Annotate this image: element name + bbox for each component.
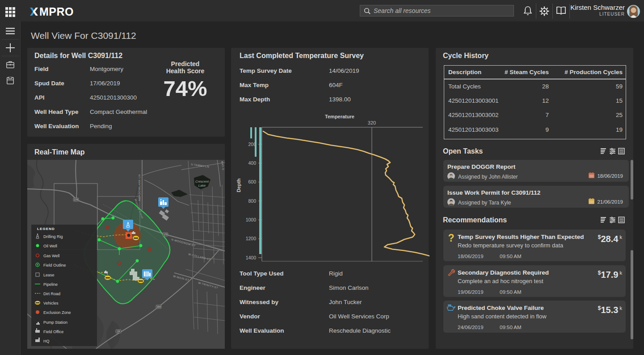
- svg-text:Exclusion Zone: Exclusion Zone: [43, 310, 71, 315]
- svg-text:Temperature: Temperature: [325, 114, 354, 119]
- svg-text:Depth: Depth: [236, 178, 241, 192]
- svg-text:1200: 1200: [246, 236, 257, 241]
- svg-text:HQ: HQ: [43, 339, 50, 343]
- svg-text:Oil Well: Oil Well: [43, 244, 57, 248]
- svg-text:19: 19: [117, 330, 120, 333]
- svg-text:Pump Station: Pump Station: [43, 320, 67, 325]
- svg-text:Field Office: Field Office: [43, 330, 63, 334]
- svg-text:Pipeline: Pipeline: [43, 282, 58, 287]
- svg-text:Drilling Rig: Drilling Rig: [43, 234, 63, 239]
- svg-text:600: 600: [248, 179, 256, 184]
- svg-text:Gas Well: Gas Well: [43, 254, 59, 258]
- svg-text:Lake: Lake: [198, 184, 206, 188]
- svg-text:800: 800: [248, 198, 256, 204]
- svg-text:MPRO: MPRO: [39, 7, 74, 17]
- svg-text:400: 400: [248, 160, 256, 166]
- svg-text:164: 164: [156, 305, 160, 308]
- svg-text:179: 179: [74, 198, 78, 201]
- svg-text:Crescent: Crescent: [195, 180, 209, 184]
- svg-text:Dirt Road: Dirt Road: [43, 292, 60, 296]
- svg-text:Lease: Lease: [43, 273, 55, 277]
- svg-text:320: 320: [368, 120, 376, 125]
- svg-text:Vehicles: Vehicles: [43, 301, 59, 305]
- svg-text:179: 179: [163, 233, 167, 236]
- svg-text:LEGEND: LEGEND: [37, 227, 55, 231]
- svg-text:1000: 1000: [246, 217, 257, 222]
- svg-text:Field Outline: Field Outline: [43, 263, 66, 267]
- svg-text:MEADOWLARK-LN: MEADOWLARK-LN: [138, 174, 141, 201]
- svg-text:1400: 1400: [246, 255, 257, 260]
